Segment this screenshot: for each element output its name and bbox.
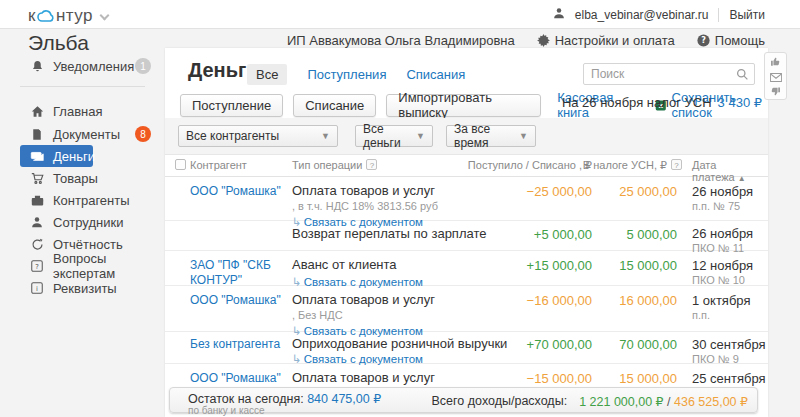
user-email-link[interactable]: elba_vebinar@vebinar.ru <box>575 8 709 22</box>
sidebar-label: Документы <box>53 127 120 142</box>
tab-expenses[interactable]: Списания <box>406 67 465 82</box>
kontur-logo[interactable]: кнтур <box>28 5 108 27</box>
col-in-out[interactable]: Поступило / Списано , ₽ <box>468 159 592 172</box>
contractor-link[interactable]: ООО "Ромашка" <box>190 293 290 308</box>
table-row[interactable]: ЗАО "ПФ "СКБ КОНТУР" Аванс от клиента ↳С… <box>165 251 768 286</box>
divider <box>20 86 145 87</box>
import-statement-button[interactable]: Импортировать выписку <box>386 94 541 117</box>
cloud-icon <box>37 7 55 27</box>
chevron-down-icon: ▼ <box>416 131 425 141</box>
contractor-link[interactable]: ООО "Ромашка" <box>190 184 290 199</box>
mail-icon[interactable] <box>770 70 782 85</box>
table-row[interactable]: ООО "Ромашка" Оплата товаров и услуг , Б… <box>165 286 768 332</box>
expense-button[interactable]: Списание <box>293 94 376 117</box>
operation-title: Возврат переплаты по зарплате <box>292 226 542 241</box>
col-tax[interactable]: В налоге УСН, ₽? <box>583 159 682 172</box>
balance-note: по банку и кассе <box>188 405 381 416</box>
sidebar-item-requisites[interactable]: i Реквизиты <box>0 277 165 299</box>
sidebar-item-goods[interactable]: Товары <box>0 167 165 189</box>
search-box <box>583 63 755 85</box>
notifications-badge: 1 <box>135 58 151 74</box>
sidebar-item-notifications[interactable]: Уведомления 1 <box>0 55 165 77</box>
transactions-table: ООО "Ромашка" Оплата товаров и услуг , в… <box>165 177 768 417</box>
payment-date: 26 ноября <box>692 184 768 199</box>
money-filter-dropdown[interactable]: Все деньги▼ <box>355 125 433 147</box>
sidebar-item-money[interactable]: Деньги <box>20 145 93 167</box>
tax-amount-link[interactable]: 3 430 ₽ <box>718 95 762 110</box>
filter-value: Все деньги <box>363 122 408 150</box>
col-operation[interactable]: Тип операции? <box>292 159 377 171</box>
table-row[interactable]: Возврат переплаты по зарплате +5 000,00 … <box>165 221 768 251</box>
svg-text:?: ? <box>35 263 39 271</box>
operation-title: Оприходование розничной выручки <box>292 336 542 351</box>
thumb-up-icon[interactable] <box>770 55 781 70</box>
sidebar-item-employees[interactable]: Сотрудники <box>0 211 165 233</box>
sidebar-label: Уведомления <box>53 59 134 74</box>
contractors-filter-dropdown[interactable]: Все контрагенты▼ <box>178 125 338 147</box>
select-all-checkbox[interactable] <box>175 159 186 170</box>
chevron-down-icon: ▼ <box>321 131 330 141</box>
help-link[interactable]: ? Помощь <box>697 33 765 48</box>
tab-incomes[interactable]: Поступления <box>307 67 386 82</box>
filter-value: За все время <box>454 122 511 150</box>
operation-title: Оплата товаров и услуг <box>292 183 542 198</box>
balance-amount-link[interactable]: 840 475,00 ₽ <box>307 392 381 406</box>
payment-doc: ПКО № 10 <box>692 274 768 286</box>
tax-value: 15 000,00 <box>619 258 677 273</box>
chevron-down-icon[interactable] <box>100 10 110 20</box>
logout-link[interactable]: Выйти <box>729 8 765 22</box>
user-icon <box>553 7 565 22</box>
help-icon[interactable]: ? <box>366 159 377 170</box>
expense-total: 436 525,00 ₽ <box>674 395 748 409</box>
logo-text-end: нтур <box>56 6 93 26</box>
col-contractor[interactable]: Контрагент <box>190 159 247 171</box>
payment-doc: п.п. № 75 <box>692 200 768 212</box>
sidebar-label: Товары <box>53 171 98 186</box>
sidebar-label: Деньги <box>53 149 95 164</box>
divider <box>718 8 719 22</box>
amount-value: −16 000,00 <box>527 293 592 308</box>
table-row[interactable]: ООО "Ромашка" Оплата товаров и услуг , в… <box>165 177 768 221</box>
company-name[interactable]: ИП Аввакумова Ольга Владимировна <box>287 33 515 48</box>
sidebar-item-expert-questions[interactable]: ? Вопросы экспертам <box>0 255 165 277</box>
balance-label: Остаток на сегодня: <box>188 392 304 406</box>
operation-note: , Без НДС <box>292 309 542 321</box>
filter-bar: Все контрагенты▼ Все деньги▼ За все врем… <box>165 118 768 155</box>
tax-value: 15 000,00 <box>619 371 677 386</box>
amount-value: +5 000,00 <box>534 227 592 242</box>
tax-notice-label: На 26 ноября налог УСН <box>562 95 712 110</box>
document-icon <box>30 127 44 141</box>
sidebar-item-contractors[interactable]: Контрагенты <box>0 189 165 211</box>
sidebar-item-documents[interactable]: Документы 8 <box>0 123 165 145</box>
operation-title: Оплата товаров и услуг <box>292 370 542 385</box>
svg-text:?: ? <box>701 35 706 45</box>
tax-value: 5 000,00 <box>626 227 677 242</box>
help-label: Помощь <box>715 33 765 48</box>
payment-date: 1 октября <box>692 293 768 308</box>
thumb-down-icon[interactable] <box>770 85 781 100</box>
search-input[interactable] <box>591 64 731 84</box>
sidebar-item-home[interactable]: Главная <box>0 100 165 122</box>
income-button[interactable]: Поступление <box>180 94 283 117</box>
period-filter-dropdown[interactable]: За все время▼ <box>446 125 536 147</box>
cart-icon <box>30 171 44 185</box>
sidebar-label: Реквизиты <box>53 281 117 296</box>
payment-date: 25 сентября <box>692 371 768 386</box>
search-icon[interactable] <box>736 68 749 84</box>
amount-value: −25 000,00 <box>527 184 592 199</box>
top-bar: кнтур elba_vebinar@vebinar.ru Выйти <box>0 0 800 29</box>
tax-value: 25 000,00 <box>619 184 677 199</box>
payment-date: 26 ноября <box>692 226 768 241</box>
contractor-link[interactable]: ЗАО "ПФ "СКБ КОНТУР" <box>190 258 290 288</box>
tab-all[interactable]: Все <box>247 64 287 85</box>
settings-link[interactable]: Настройки и оплата <box>537 33 675 48</box>
person-icon <box>30 215 44 229</box>
contractor-link[interactable]: Без контрагента <box>190 337 290 352</box>
table-row[interactable]: Без контрагента Оприходование розничной … <box>165 332 768 364</box>
income-total: 1 221 000,00 ₽ <box>579 395 663 409</box>
help-icon[interactable]: ? <box>671 159 682 170</box>
tax-value: 70 000,00 <box>619 337 677 352</box>
contractor-link[interactable]: ООО "Ромашка" <box>190 371 290 386</box>
info-square-icon: i <box>30 281 44 295</box>
bell-icon <box>30 59 44 73</box>
